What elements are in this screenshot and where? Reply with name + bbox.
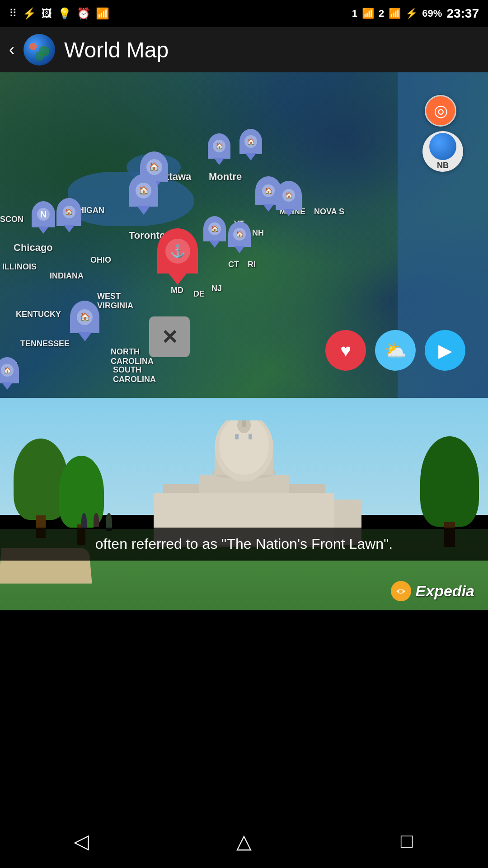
page-title: World Map bbox=[64, 38, 169, 62]
anchor-icon: ⚓ bbox=[165, 239, 190, 264]
pin-house-icon: 🏠 bbox=[233, 228, 246, 241]
photo-caption: often referred to as "The Nation's Front… bbox=[0, 528, 488, 561]
usb-icon: ⚡ bbox=[23, 7, 36, 20]
pin-house-icon: 🏠 bbox=[77, 309, 93, 325]
recent-apps-button[interactable]: □ bbox=[389, 823, 425, 859]
home-nav-icon: △ bbox=[236, 830, 252, 853]
image-icon: 🖼 bbox=[42, 7, 52, 20]
map-area[interactable]: Chicago ILLINOIS OHIO INDIANA WESTVIRGIN… bbox=[0, 72, 488, 398]
sim1-indicator: 1 bbox=[352, 8, 357, 19]
expedia-logo[interactable]: Expedia bbox=[391, 581, 474, 601]
globe-view-button[interactable]: NB bbox=[422, 131, 463, 172]
app-globe-icon bbox=[23, 34, 55, 66]
expedia-symbol bbox=[394, 585, 408, 598]
pin-house-icon: 🏠 bbox=[282, 189, 295, 202]
mississippi-pin[interactable]: 🏠 bbox=[0, 357, 18, 391]
home-nav-button[interactable]: △ bbox=[226, 823, 262, 859]
pin-house-icon: 🏠 bbox=[244, 135, 257, 148]
nav-bar: ◁ △ □ bbox=[0, 814, 488, 868]
next-button[interactable]: ▶ bbox=[425, 330, 465, 371]
my-location-button[interactable]: ◎ bbox=[425, 95, 456, 127]
michigan-pin[interactable]: 🏠 bbox=[56, 198, 79, 232]
charging-icon: ⚡ bbox=[405, 8, 418, 19]
montreal-pin-2[interactable]: 🏠 bbox=[239, 129, 262, 163]
expedia-icon bbox=[391, 581, 411, 601]
pin-house-icon: 🏠 bbox=[63, 206, 75, 218]
sim2-indicator: 2 bbox=[379, 8, 384, 19]
svg-rect-10 bbox=[235, 434, 239, 439]
back-nav-icon: ◁ bbox=[74, 830, 89, 853]
alarm-icon: ⏰ bbox=[77, 7, 90, 20]
back-nav-button[interactable]: ◁ bbox=[63, 823, 99, 859]
weather-button[interactable]: ⛅ bbox=[375, 330, 416, 371]
pin-house-icon: 🏠 bbox=[213, 140, 225, 152]
time-display: 23:37 bbox=[446, 6, 479, 21]
close-button[interactable]: ✕ bbox=[149, 316, 190, 357]
action-buttons-group: ♥ ⛅ ▶ bbox=[325, 330, 465, 371]
weather-icon: ⛅ bbox=[384, 340, 407, 361]
battery-level: 69% bbox=[422, 8, 442, 19]
signal2-icon: 📶 bbox=[389, 8, 401, 19]
message-icon: ⠿ bbox=[9, 7, 17, 20]
svg-point-13 bbox=[399, 590, 403, 593]
close-icon: ✕ bbox=[161, 326, 178, 349]
wisconsin-pin[interactable]: N bbox=[32, 201, 54, 235]
next-icon: ▶ bbox=[438, 340, 452, 361]
globe-mini-label: NB bbox=[437, 161, 449, 170]
signal1-icon: 📶 bbox=[362, 8, 374, 19]
wifi-icon: 📶 bbox=[96, 7, 109, 20]
recent-apps-icon: □ bbox=[401, 830, 413, 852]
pin-house-icon: 🏠 bbox=[1, 364, 14, 377]
ny-pin-1[interactable]: 🏠 bbox=[203, 216, 226, 250]
ny-pin-2[interactable]: 🏠 bbox=[228, 222, 251, 255]
pin-house-icon: 🏠 bbox=[262, 184, 275, 197]
globe-mini-icon bbox=[429, 133, 456, 160]
lightbulb-icon: 💡 bbox=[58, 7, 71, 20]
maine-pin[interactable]: 🏠 bbox=[255, 176, 278, 210]
pin-n-icon: N bbox=[37, 208, 50, 221]
svg-rect-9 bbox=[242, 420, 246, 427]
status-bar: ⠿ ⚡ 🖼 💡 ⏰ 📶 1 📶 2 📶 ⚡ 69% 23:37 bbox=[0, 0, 488, 27]
favorite-button[interactable]: ♥ bbox=[325, 330, 366, 371]
back-button[interactable]: ‹ bbox=[9, 40, 14, 59]
status-left-icons: ⠿ ⚡ 🖼 💡 ⏰ 📶 bbox=[9, 7, 109, 20]
pin-house-icon: 🏠 bbox=[136, 183, 151, 198]
status-right-icons: 1 📶 2 📶 ⚡ 69% 23:37 bbox=[352, 6, 479, 21]
svg-rect-11 bbox=[249, 434, 252, 439]
pin-house-icon: 🏠 bbox=[146, 159, 162, 175]
maine-pin-2[interactable]: 🏠 bbox=[276, 181, 298, 215]
kentucky-pin[interactable]: 🏠 bbox=[70, 301, 97, 335]
montreal-pin-1[interactable]: 🏠 bbox=[208, 133, 230, 167]
heart-icon: ♥ bbox=[340, 340, 351, 361]
toronto-pin[interactable]: 🏠 bbox=[129, 174, 156, 208]
app-header: ‹ World Map bbox=[0, 27, 488, 72]
expedia-label: Expedia bbox=[416, 582, 474, 600]
washington-dc-pin[interactable]: ⚓ bbox=[157, 228, 198, 274]
pin-house-icon: 🏠 bbox=[208, 222, 221, 235]
photo-area: often referred to as "The Nation's Front… bbox=[0, 398, 488, 610]
location-icon: ◎ bbox=[434, 101, 448, 120]
caption-text: often referred to as "The Nation's Front… bbox=[95, 536, 393, 552]
